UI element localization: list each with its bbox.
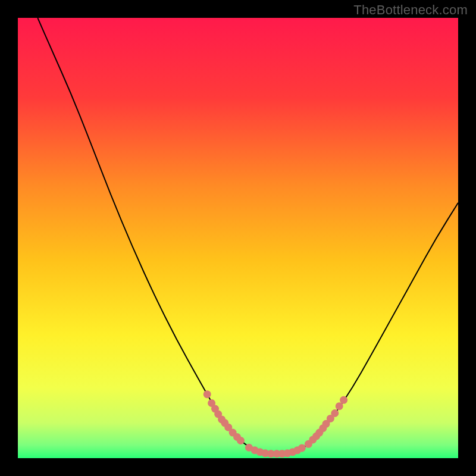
data-point <box>203 390 211 398</box>
gradient-background <box>18 18 458 458</box>
chart-frame: TheBottleneck.com <box>0 0 476 476</box>
plot-area <box>18 18 458 458</box>
attribution-label: TheBottleneck.com <box>353 2 468 18</box>
data-point <box>331 409 339 417</box>
data-point <box>340 396 347 404</box>
data-point <box>298 444 306 452</box>
data-point <box>237 437 245 444</box>
bottleneck-chart <box>18 18 458 458</box>
